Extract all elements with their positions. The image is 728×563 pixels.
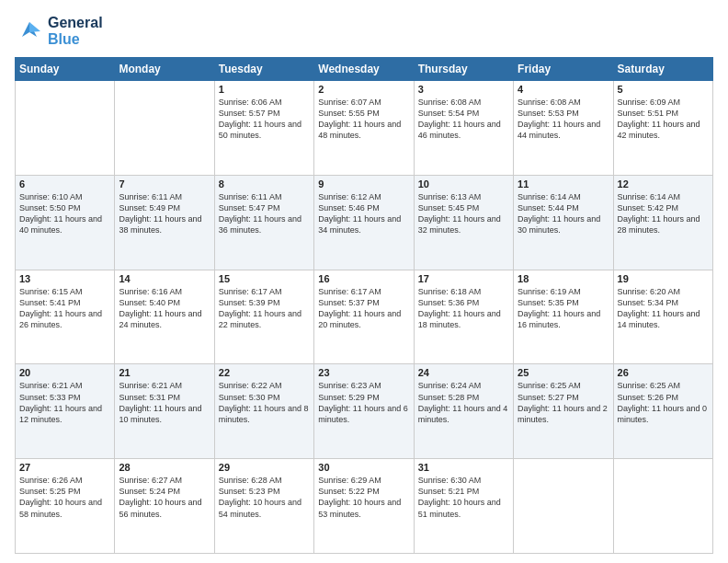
day-number: 5	[618, 84, 709, 95]
calendar-cell: 19Sunrise: 6:20 AMSunset: 5:34 PMDayligh…	[613, 270, 712, 364]
cell-details: Sunrise: 6:24 AMSunset: 5:28 PMDaylight:…	[418, 380, 509, 425]
calendar-cell: 5Sunrise: 6:09 AMSunset: 5:51 PMDaylight…	[613, 81, 712, 176]
day-number: 25	[518, 367, 609, 378]
calendar-cell: 29Sunrise: 6:28 AMSunset: 5:23 PMDayligh…	[214, 459, 313, 554]
day-number: 3	[418, 84, 509, 95]
calendar-header-sunday: Sunday	[16, 58, 115, 81]
calendar-cell	[514, 459, 613, 554]
calendar-cell	[613, 459, 712, 554]
calendar-header-monday: Monday	[115, 58, 214, 81]
calendar-cell: 12Sunrise: 6:14 AMSunset: 5:42 PMDayligh…	[613, 175, 712, 270]
day-number: 18	[518, 273, 609, 284]
cell-details: Sunrise: 6:19 AMSunset: 5:35 PMDaylight:…	[518, 286, 609, 331]
calendar-cell: 4Sunrise: 6:08 AMSunset: 5:53 PMDaylight…	[514, 81, 613, 176]
day-number: 27	[19, 462, 110, 473]
calendar-cell: 27Sunrise: 6:26 AMSunset: 5:25 PMDayligh…	[16, 459, 115, 554]
calendar-header-friday: Friday	[514, 58, 613, 81]
day-number: 30	[318, 462, 409, 473]
calendar-cell: 24Sunrise: 6:24 AMSunset: 5:28 PMDayligh…	[414, 364, 513, 459]
day-number: 15	[219, 273, 310, 284]
cell-details: Sunrise: 6:15 AMSunset: 5:41 PMDaylight:…	[19, 286, 110, 331]
cell-details: Sunrise: 6:09 AMSunset: 5:51 PMDaylight:…	[618, 97, 709, 142]
cell-details: Sunrise: 6:25 AMSunset: 5:26 PMDaylight:…	[618, 380, 709, 425]
calendar-cell: 7Sunrise: 6:11 AMSunset: 5:49 PMDaylight…	[115, 175, 214, 270]
calendar-week-3: 13Sunrise: 6:15 AMSunset: 5:41 PMDayligh…	[16, 270, 713, 364]
cell-details: Sunrise: 6:06 AMSunset: 5:57 PMDaylight:…	[219, 97, 310, 142]
cell-details: Sunrise: 6:17 AMSunset: 5:37 PMDaylight:…	[318, 286, 409, 331]
cell-details: Sunrise: 6:08 AMSunset: 5:53 PMDaylight:…	[518, 97, 609, 142]
cell-details: Sunrise: 6:28 AMSunset: 5:23 PMDaylight:…	[219, 475, 310, 520]
day-number: 26	[618, 367, 709, 378]
calendar-cell: 26Sunrise: 6:25 AMSunset: 5:26 PMDayligh…	[613, 364, 712, 459]
calendar-cell	[16, 81, 115, 176]
cell-details: Sunrise: 6:12 AMSunset: 5:46 PMDaylight:…	[318, 191, 409, 236]
cell-details: Sunrise: 6:30 AMSunset: 5:21 PMDaylight:…	[418, 475, 509, 520]
svg-marker-1	[29, 22, 40, 32]
day-number: 13	[19, 273, 110, 284]
day-number: 28	[119, 462, 210, 473]
cell-details: Sunrise: 6:14 AMSunset: 5:42 PMDaylight:…	[618, 191, 709, 236]
day-number: 31	[418, 462, 509, 473]
cell-details: Sunrise: 6:18 AMSunset: 5:36 PMDaylight:…	[418, 286, 509, 331]
page: General Blue SundayMondayTuesdayWednesda…	[0, 0, 728, 563]
calendar-cell: 14Sunrise: 6:16 AMSunset: 5:40 PMDayligh…	[115, 270, 214, 364]
calendar-cell: 8Sunrise: 6:11 AMSunset: 5:47 PMDaylight…	[214, 175, 313, 270]
calendar-cell: 2Sunrise: 6:07 AMSunset: 5:55 PMDaylight…	[314, 81, 414, 176]
day-number: 24	[418, 367, 509, 378]
calendar-week-5: 27Sunrise: 6:26 AMSunset: 5:25 PMDayligh…	[16, 459, 713, 554]
calendar-cell: 6Sunrise: 6:10 AMSunset: 5:50 PMDaylight…	[16, 175, 115, 270]
cell-details: Sunrise: 6:16 AMSunset: 5:40 PMDaylight:…	[119, 286, 210, 331]
calendar-cell: 28Sunrise: 6:27 AMSunset: 5:24 PMDayligh…	[115, 459, 214, 554]
day-number: 17	[418, 273, 509, 284]
day-number: 10	[418, 178, 509, 190]
cell-details: Sunrise: 6:21 AMSunset: 5:33 PMDaylight:…	[19, 380, 110, 425]
calendar-week-4: 20Sunrise: 6:21 AMSunset: 5:33 PMDayligh…	[16, 364, 713, 459]
calendar-header-row: SundayMondayTuesdayWednesdayThursdayFrid…	[16, 58, 713, 81]
calendar-cell: 31Sunrise: 6:30 AMSunset: 5:21 PMDayligh…	[414, 459, 513, 554]
cell-details: Sunrise: 6:23 AMSunset: 5:29 PMDaylight:…	[318, 380, 409, 425]
day-number: 19	[618, 273, 709, 284]
cell-details: Sunrise: 6:22 AMSunset: 5:30 PMDaylight:…	[219, 380, 310, 425]
calendar-cell: 1Sunrise: 6:06 AMSunset: 5:57 PMDaylight…	[214, 81, 313, 176]
cell-details: Sunrise: 6:13 AMSunset: 5:45 PMDaylight:…	[418, 191, 509, 236]
calendar-cell: 9Sunrise: 6:12 AMSunset: 5:46 PMDaylight…	[314, 175, 414, 270]
cell-details: Sunrise: 6:17 AMSunset: 5:39 PMDaylight:…	[219, 286, 310, 331]
cell-details: Sunrise: 6:26 AMSunset: 5:25 PMDaylight:…	[19, 475, 110, 520]
cell-details: Sunrise: 6:11 AMSunset: 5:47 PMDaylight:…	[219, 191, 310, 236]
cell-details: Sunrise: 6:14 AMSunset: 5:44 PMDaylight:…	[518, 191, 609, 236]
cell-details: Sunrise: 6:11 AMSunset: 5:49 PMDaylight:…	[119, 191, 210, 236]
calendar-week-2: 6Sunrise: 6:10 AMSunset: 5:50 PMDaylight…	[16, 175, 713, 270]
day-number: 1	[219, 84, 310, 95]
calendar-header-tuesday: Tuesday	[214, 58, 313, 81]
day-number: 4	[518, 84, 609, 95]
calendar-cell: 16Sunrise: 6:17 AMSunset: 5:37 PMDayligh…	[314, 270, 414, 364]
day-number: 16	[318, 273, 409, 284]
logo-text: General Blue	[48, 15, 103, 48]
calendar-cell: 22Sunrise: 6:22 AMSunset: 5:30 PMDayligh…	[214, 364, 313, 459]
cell-details: Sunrise: 6:21 AMSunset: 5:31 PMDaylight:…	[119, 380, 210, 425]
calendar-cell: 10Sunrise: 6:13 AMSunset: 5:45 PMDayligh…	[414, 175, 513, 270]
day-number: 7	[119, 178, 210, 190]
cell-details: Sunrise: 6:25 AMSunset: 5:27 PMDaylight:…	[518, 380, 609, 425]
calendar-header-thursday: Thursday	[414, 58, 513, 81]
day-number: 2	[318, 84, 409, 95]
calendar-cell: 25Sunrise: 6:25 AMSunset: 5:27 PMDayligh…	[514, 364, 613, 459]
calendar-cell: 23Sunrise: 6:23 AMSunset: 5:29 PMDayligh…	[314, 364, 414, 459]
day-number: 14	[119, 273, 210, 284]
calendar-table: SundayMondayTuesdayWednesdayThursdayFrid…	[15, 57, 713, 554]
day-number: 29	[219, 462, 310, 473]
day-number: 6	[19, 178, 110, 190]
cell-details: Sunrise: 6:29 AMSunset: 5:22 PMDaylight:…	[318, 475, 409, 520]
calendar-header-wednesday: Wednesday	[314, 58, 414, 81]
day-number: 9	[318, 178, 409, 190]
day-number: 8	[219, 178, 310, 190]
day-number: 22	[219, 367, 310, 378]
logo: General Blue	[15, 15, 103, 48]
cell-details: Sunrise: 6:27 AMSunset: 5:24 PMDaylight:…	[119, 475, 210, 520]
calendar-week-1: 1Sunrise: 6:06 AMSunset: 5:57 PMDaylight…	[16, 81, 713, 176]
calendar-cell: 17Sunrise: 6:18 AMSunset: 5:36 PMDayligh…	[414, 270, 513, 364]
day-number: 20	[19, 367, 110, 378]
day-number: 11	[518, 178, 609, 190]
calendar-cell: 21Sunrise: 6:21 AMSunset: 5:31 PMDayligh…	[115, 364, 214, 459]
day-number: 21	[119, 367, 210, 378]
